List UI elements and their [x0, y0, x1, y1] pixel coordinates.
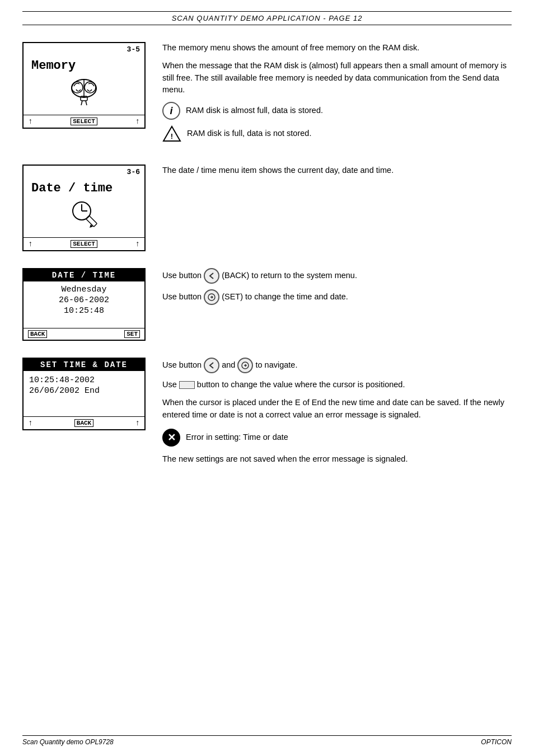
info-icon	[162, 102, 180, 120]
datetime-detail-screen: DATE / TIME Wednesday 26-06-2002 10:25:4…	[22, 268, 146, 341]
page-header: SCAN QUANTITY DEMO APPLICATION - PAGE 12	[22, 11, 512, 25]
datetime-detail-bottom-bar: BACK SET	[24, 328, 144, 340]
datetime-line2: 26-06-2002	[27, 295, 141, 305]
warning-icon: !	[162, 125, 181, 142]
clock-pen-icon-container	[24, 199, 144, 229]
memory-info-text: RAM disk is almost full, data is stored.	[186, 105, 323, 117]
svg-line-6	[86, 101, 87, 105]
datetime-detail-body: Wednesday 26-06-2002 10:25:48	[24, 281, 144, 318]
settime-error-row: Error in setting: Time or date	[162, 429, 512, 447]
back-label-settime: BACK	[74, 419, 93, 427]
svg-line-5	[81, 101, 82, 105]
settime-body: 10:25:48-2002 26/06/2002 End	[24, 371, 144, 399]
memory-warn-text: RAM disk is full, data is not stored.	[187, 128, 311, 140]
settime-line1: 10:25:48-2002	[29, 375, 139, 385]
screen-corner-label-datetime: 3-6	[127, 168, 140, 176]
back-button-icon	[204, 268, 219, 284]
memory-para-2: When the message that the RAM disk is (a…	[162, 60, 512, 96]
bottom-arrow-right: ↑	[135, 117, 140, 126]
memory-info-row: RAM disk is almost full, data is stored.	[162, 102, 512, 120]
settime-para-1: Use button and to navigate.	[162, 358, 512, 373]
footer-right: OPTICON	[481, 738, 512, 746]
memory-screen: 3-5 Memory	[22, 42, 146, 129]
settime-screen: SET TIME & DATE 10:25:48-2002 26/06/2002…	[22, 358, 146, 430]
datetime-line1: Wednesday	[27, 285, 141, 294]
datetime-screen-bottom-bar: ↑ SELECT ↑	[24, 237, 144, 250]
memory-screen-title: Memory	[31, 59, 144, 73]
rect-button-icon	[179, 381, 195, 389]
datetime-line3: 10:25:48	[27, 306, 141, 316]
bottom-arrow-left: ↑	[28, 117, 32, 126]
section-memory: 3-5 Memory	[22, 42, 512, 148]
section-settime: SET TIME & DATE 10:25:48-2002 26/06/2002…	[22, 358, 512, 471]
svg-rect-12	[86, 215, 97, 227]
bottom-arrow-right-dt: ↑	[135, 240, 140, 248]
datetime-detail-text-block: Use button (BACK) to return to the syste…	[162, 268, 512, 311]
datetime-detail-para-1: Use button (BACK) to return to the syste…	[162, 268, 512, 284]
datetime-detail-title: DATE / TIME	[24, 269, 144, 281]
section-datetime: 3-6 Date / time ↑ SELECT ↑	[22, 165, 512, 251]
settime-bottom-bar: ↑ BACK ↑	[24, 416, 144, 429]
memory-warn-row: ! RAM disk is full, data is not stored.	[162, 125, 512, 142]
settime-para-3: When the cursor is placed under the E of…	[162, 397, 512, 421]
datetime-screen-title: Date / time	[31, 181, 144, 195]
set-button-icon-2	[237, 358, 253, 373]
back-button-icon-2	[204, 358, 219, 373]
back-label-detail: BACK	[28, 330, 47, 338]
memory-screen-bottom-bar: ↑ SELECT ↑	[24, 115, 144, 128]
section-datetime-detail: DATE / TIME Wednesday 26-06-2002 10:25:4…	[22, 268, 512, 341]
screen-corner-label-memory: 3-5	[127, 45, 140, 54]
memory-text-block: The memory menu shows the amount of free…	[162, 42, 512, 148]
datetime-para-1: The date / time menu item shows the curr…	[162, 165, 512, 177]
datetime-text-block: The date / time menu item shows the curr…	[162, 165, 512, 182]
select-label-datetime: SELECT	[71, 240, 97, 248]
datetime-detail-para-2: Use button (SET) to change the time and …	[162, 289, 512, 305]
settime-text-block: Use button and to navigate. Use button t…	[162, 358, 512, 471]
datetime-screen: 3-6 Date / time ↑ SELECT ↑	[22, 165, 146, 251]
settime-arrow-right: ↑	[135, 419, 140, 428]
page-footer: Scan Quantity demo OPL9728 OPTICON	[22, 735, 512, 746]
error-icon	[162, 429, 180, 447]
header-text: SCAN QUANTITY DEMO APPLICATION - PAGE 12	[172, 14, 363, 22]
settime-footer-text: The new settings are not saved when the …	[162, 453, 512, 466]
settime-arrow-left: ↑	[28, 419, 32, 428]
brain-icon-container	[24, 76, 144, 107]
clock-pen-icon	[66, 199, 102, 229]
memory-para-1: The memory menu shows the amount of free…	[162, 42, 512, 54]
svg-text:!: !	[171, 132, 173, 140]
footer-left: Scan Quantity demo OPL9728	[22, 738, 114, 746]
bottom-arrow-left-dt: ↑	[28, 240, 32, 248]
set-button-icon	[204, 289, 219, 305]
set-label-detail: SET	[124, 330, 140, 338]
settime-error-text: Error in setting: Time or date	[186, 431, 288, 444]
brain-icon	[66, 76, 102, 107]
settime-para-2: Use button to change the value where the…	[162, 379, 512, 391]
select-label-memory: SELECT	[71, 118, 97, 125]
settime-line2: 26/06/2002 End	[29, 386, 139, 396]
settime-title: SET TIME & DATE	[24, 359, 144, 371]
